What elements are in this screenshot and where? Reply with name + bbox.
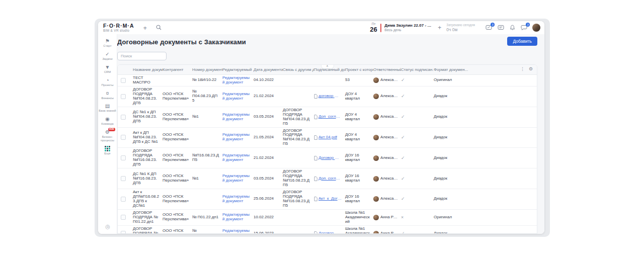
support-icon[interactable]: ◎ <box>98 223 117 230</box>
event-title: Дима Зазулин 22.07 - 04.08 ... <box>384 23 433 28</box>
column-header[interactable]: Связь с другим д... <box>283 67 314 72</box>
messenger-icon[interactable]: 3 <box>486 25 492 31</box>
signed-doc-link[interactable]: Акт 04.pdf <box>318 135 337 140</box>
signed-doc-link[interactable]: Акт_к_Договору_... <box>318 197 342 201</box>
search-input[interactable] <box>117 52 167 60</box>
responsible-avatar <box>373 196 379 202</box>
responsible-cell[interactable]: Александра ... <box>373 135 401 140</box>
column-header[interactable]: Название докум... <box>133 67 163 72</box>
table-row[interactable]: ДС №1 К ДП №П16.08.23.ДП5ООО «ПСК Перспе… <box>118 168 537 189</box>
sidebar-item-start-flag[interactable]: ⚑Старт <box>99 38 117 48</box>
event-subtitle: Весь день <box>384 28 433 32</box>
signing-status-cell: × <box>401 215 434 220</box>
calendar-date[interactable]: Пт 26 <box>370 23 377 33</box>
row-checkbox[interactable] <box>121 78 126 83</box>
add-event-icon[interactable]: + <box>438 25 441 31</box>
sidebar-item-crm-funnel[interactable]: ▼CRM <box>99 64 117 74</box>
sidebar-item-tasks-check[interactable]: ✓Задачи <box>99 51 117 61</box>
row-checkbox[interactable] <box>121 155 126 160</box>
editable-doc-link[interactable]: Редактируемый документ <box>222 194 250 203</box>
column-header[interactable]: Редактируемый ... <box>222 67 254 72</box>
search-icon[interactable] <box>156 25 162 31</box>
chats-badge: 3 <box>526 23 530 27</box>
table-row[interactable]: ТЕСТ МАСПРО№ 18И/10-22Редактируемый доку… <box>118 75 537 87</box>
row-checkbox[interactable] <box>121 176 126 181</box>
responsible-cell[interactable]: Александра ... <box>373 94 401 99</box>
responsible-cell[interactable]: Анна Ремпель <box>373 231 401 234</box>
responsible-name: Александра ... <box>380 115 398 119</box>
quick-add-icon[interactable]: + <box>143 25 147 31</box>
editable-doc-link[interactable]: Редактируемый документ <box>222 112 250 121</box>
row-checkbox[interactable] <box>121 135 126 140</box>
responsible-avatar <box>373 114 379 120</box>
editable-doc-link[interactable]: Редактируемый документ <box>222 228 250 234</box>
brand-logo[interactable]: F·O·R·M·A BIM & VR studio <box>103 23 134 32</box>
responsible-cell[interactable]: Александра ... <box>373 77 401 83</box>
table-row[interactable]: Акт к ДП №П04.08.23.ДП5 к ДС №1ООО «ПСК … <box>118 128 537 148</box>
column-header[interactable]: Формат докумен... <box>434 67 473 72</box>
editable-doc-link[interactable]: Редактируемый документ <box>222 212 250 221</box>
sidebar-item-apps-grid[interactable]: Ещё <box>99 146 117 155</box>
start-flag-icon: ⚑ <box>105 38 110 44</box>
notifications-bell-icon[interactable] <box>510 25 515 31</box>
row-checkbox[interactable] <box>121 215 126 220</box>
contragent-cell: ООО «ПСК Перспектива» <box>163 113 192 122</box>
responsible-avatar <box>373 77 379 83</box>
doc-format-cell: Оригинал <box>434 215 473 220</box>
comments-icon[interactable] <box>498 25 504 31</box>
status-check-icon: ✓ <box>401 114 405 119</box>
collapse-panel-chevron-icon[interactable]: ∧ <box>321 64 334 69</box>
doc-date-cell: 03.05.2024 <box>254 115 283 119</box>
row-checkbox[interactable] <box>121 197 126 202</box>
sidebar-item-label: CRM <box>99 70 117 74</box>
current-event[interactable]: Дима Зазулин 22.07 - 04.08 ... Весь день <box>384 23 433 32</box>
sidebar-item-knowledge-base[interactable]: ▤База знаний <box>99 103 117 113</box>
doc-format-cell: Диадок <box>434 94 473 99</box>
table-row[interactable]: ДОГОВОР ПОДРЯДА №П16.08.23.ДП5ООО «ПСК П… <box>118 148 537 168</box>
editable-doc-link[interactable]: Редактируемый документ <box>222 75 250 84</box>
responsible-cell[interactable]: Александра ... <box>373 114 401 120</box>
grid-settings-gear-icon[interactable]: ⚙ <box>529 67 533 71</box>
row-checkbox[interactable] <box>121 94 126 99</box>
editable-doc-link[interactable]: Редактируемый документ <box>222 132 250 141</box>
signed-doc-link[interactable]: Доп_соглашение... <box>318 115 342 119</box>
user-avatar[interactable] <box>532 24 540 32</box>
editable-doc-link[interactable]: Редактируемый документ <box>222 153 250 162</box>
column-header[interactable]: Проект с которы... <box>345 67 373 72</box>
responsible-cell[interactable]: Александра ... <box>373 196 401 202</box>
column-header[interactable]: Контрагент <box>163 67 192 72</box>
column-header[interactable]: Ответственный з... <box>373 67 401 72</box>
column-header[interactable]: Дата документа∨ <box>254 67 283 72</box>
row-checkbox[interactable] <box>121 115 126 120</box>
table-row[interactable]: ДС №1 к ДП №П04.08.23.ДП5ООО «ПСК Перспе… <box>118 107 537 128</box>
time-tracker[interactable]: Затрекано сегодня 0ч 0м <box>446 23 475 32</box>
sidebar-item-processes-gear[interactable]: ⚙НОВБизнес-процессы <box>99 129 117 142</box>
responsible-cell[interactable]: Александра ... <box>373 155 401 161</box>
table-row[interactable]: ДОГОВОР ПОДРЯДА № П01.22.дп1ООО «ПСК Пер… <box>118 210 537 226</box>
add-document-button[interactable]: Добавить <box>507 37 537 46</box>
table-row[interactable]: ДОГОВОР ПОДРЯДА №П04.08.23.ДП5ООО «ПСК П… <box>118 87 537 107</box>
chats-icon[interactable]: 3 <box>521 25 527 31</box>
signed-doc-link[interactable]: Договор_ПСК Пе... <box>318 231 342 234</box>
column-header[interactable]: Номер документ... <box>192 67 222 72</box>
more-options-icon[interactable]: ⋮ <box>520 67 525 71</box>
responsible-name: Александра ... <box>380 156 398 160</box>
sidebar-item-team[interactable]: ◉Команда <box>99 116 117 126</box>
editable-doc-link[interactable]: Редактируемый документ <box>222 92 250 101</box>
signed-doc-link[interactable]: договор №П04.0... <box>318 94 342 99</box>
responsible-cell[interactable]: Александра ... <box>373 176 401 182</box>
responsible-cell[interactable]: Анна Ремпель <box>373 215 401 220</box>
table-row[interactable]: Акт к ДП№П16.08.23.ДП5 к ДС№1ООО «ПСК Пе… <box>118 189 537 210</box>
column-header[interactable]: Статус подписан... <box>401 67 434 72</box>
signed-doc-link[interactable]: Доп. соглашение <box>318 177 342 181</box>
signed-doc-link[interactable]: Договор №П16.08... <box>318 156 342 160</box>
contragent-cell: ООО «ПСК Перспектива» <box>163 229 192 234</box>
table-row[interactable]: ДОГОВОР ПОДРЯДА № П01.22.дп10ООО «ПСК Пе… <box>118 226 537 234</box>
document-file-icon <box>314 94 317 99</box>
project-cell: 53 <box>345 78 373 82</box>
crm-funnel-icon: ▼ <box>105 64 110 70</box>
row-checkbox[interactable] <box>121 231 126 234</box>
editable-doc-link[interactable]: Редактируемый документ <box>222 174 250 183</box>
sidebar-item-finance[interactable]: ¤Финансы <box>99 91 117 100</box>
sidebar-item-projects[interactable]: ◔Проекты <box>99 77 117 87</box>
